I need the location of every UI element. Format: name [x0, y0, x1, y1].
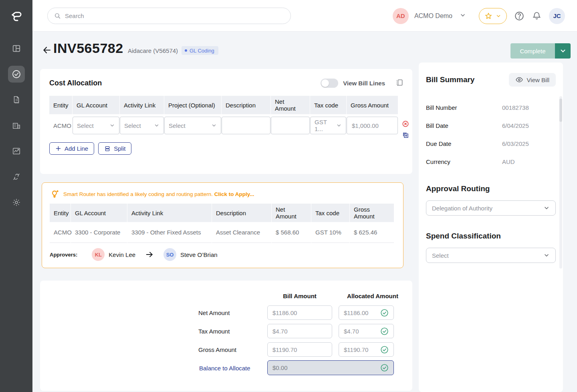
status-badge-label: GL Coding — [190, 48, 214, 54]
column-header: GL Account — [73, 96, 119, 114]
arrow-right-icon — [145, 250, 154, 259]
tax-code-value: GST 10% — [311, 222, 349, 243]
search-input[interactable] — [65, 12, 284, 19]
field-value: AUD — [502, 158, 515, 165]
cost-allocation-card: Cost Allocation View Bill Lines Entity G… — [40, 69, 412, 174]
net-amount-input[interactable] — [271, 117, 310, 134]
complete-button-group: Complete — [510, 43, 571, 59]
bill-summary-fields: Bill Number 00182738 Bill Date 6/04/2025… — [426, 104, 556, 165]
check-circle-icon — [380, 309, 389, 317]
bill-summary-field: Currency AUD — [426, 158, 556, 165]
check-circle-icon — [380, 327, 389, 335]
sidebar-item-tasks[interactable] — [8, 66, 25, 83]
tax-allocated-amount[interactable]: $4.70 — [339, 324, 394, 338]
complete-dropdown-button[interactable] — [555, 43, 571, 59]
tax-amount-label: Tax Amount — [198, 328, 230, 335]
favorites-button[interactable] — [479, 8, 507, 24]
approval-routing-select[interactable]: Delegation of Authority — [426, 200, 556, 216]
approval-routing-title: Approval Routing — [426, 184, 556, 193]
help-icon[interactable] — [514, 11, 525, 21]
net-allocated-amount[interactable]: $1186.00 — [339, 305, 394, 320]
approver-avatar: KL — [92, 248, 105, 261]
search-box[interactable] — [47, 8, 291, 24]
gross-bill-amount[interactable]: $1190.70 — [267, 342, 332, 357]
click-to-apply-link[interactable]: Click to Apply... — [214, 191, 254, 197]
cost-allocation-title: Cost Allocation — [49, 79, 102, 87]
page-title: INV565782 — [53, 40, 123, 56]
column-header: Entity — [50, 204, 71, 222]
gl-account-value: 3300 - Corporate — [71, 222, 127, 243]
approver-name: Steve O’Brian — [180, 251, 218, 258]
description-input[interactable] — [222, 117, 270, 134]
spend-classification-select[interactable]: Select — [426, 248, 556, 263]
gl-account-select[interactable]: Select — [73, 117, 119, 134]
sidebar-item-analytics[interactable] — [8, 143, 25, 160]
back-arrow-icon[interactable] — [42, 45, 52, 57]
sidebar-item-company[interactable] — [8, 117, 25, 134]
column-header: Net Amount — [272, 204, 311, 222]
org-avatar[interactable]: AD — [393, 8, 409, 24]
view-bill-lines-toggle[interactable] — [321, 79, 338, 88]
column-header: Net Amount — [271, 96, 310, 114]
cost-allocation-row: ACMO Select Select Select GST 1... — [49, 114, 403, 137]
topbar-right: AD ACMO Demo JC — [393, 0, 565, 32]
project-select[interactable]: Select — [164, 117, 221, 134]
field-value: 6/03/2025 — [502, 140, 529, 147]
allocated-amount-header: Allocated Amount — [339, 293, 407, 299]
gross-amount-input[interactable] — [347, 117, 398, 134]
sidebar — [0, 0, 32, 392]
smart-router-banner[interactable]: Smart Router has identified a likely cod… — [50, 189, 395, 199]
notifications-bell-icon[interactable] — [532, 11, 542, 21]
field-value: 6/04/2025 — [502, 122, 529, 129]
sidebar-item-documents[interactable] — [8, 91, 25, 108]
topbar: AD ACMO Demo JC — [32, 0, 577, 32]
tax-code-select[interactable]: GST 1... — [310, 117, 346, 134]
smart-router-card: Smart Router has identified a likely cod… — [42, 182, 403, 268]
activity-link-select[interactable]: Select — [120, 117, 164, 134]
net-bill-amount[interactable]: $1186.00 — [267, 305, 332, 320]
totals-card: Bill Amount Allocated Amount Net Amount … — [40, 281, 412, 391]
complete-button[interactable]: Complete — [510, 43, 555, 59]
column-header: Description — [212, 204, 271, 222]
lightbulb-icon — [50, 189, 59, 199]
smart-router-table-header: Entity GL Account Activity Link Descript… — [50, 204, 395, 222]
column-header: Gross Amount — [347, 96, 398, 114]
side-panel-icon[interactable] — [395, 79, 403, 88]
delete-line-icon[interactable] — [402, 120, 409, 129]
view-bill-lines-label: View Bill Lines — [343, 80, 385, 87]
balance-to-allocate-link[interactable]: Balance to Allocate — [199, 365, 250, 372]
add-line-button[interactable]: Add Line — [49, 142, 94, 155]
sidebar-nav — [8, 40, 25, 211]
gross-allocated-amount[interactable]: $1190.70 — [339, 342, 394, 357]
star-icon — [484, 12, 492, 20]
star-chevron-down-icon — [496, 13, 501, 19]
activity-link-value: 3309 - Other Fixed Assets — [127, 222, 212, 243]
app-root: AD ACMO Demo JC — [0, 0, 577, 392]
gross-amount-label: Gross Amount — [198, 346, 236, 353]
vendor-name: Aidacare (V56574) — [128, 47, 178, 54]
sidebar-item-integrations[interactable] — [8, 168, 25, 185]
column-header: Tax code — [311, 204, 349, 222]
bill-summary-field: Bill Number 00182738 — [426, 104, 556, 111]
sidebar-item-dashboard[interactable] — [8, 40, 25, 57]
column-header: GL Account — [71, 204, 127, 222]
org-chevron-down-icon[interactable] — [460, 12, 466, 20]
field-label: Bill Number — [426, 104, 502, 111]
sidebar-item-settings[interactable] — [8, 194, 25, 211]
scrollbar[interactable] — [559, 96, 562, 269]
bill-amount-header: Bill Amount — [267, 293, 332, 299]
split-button[interactable]: Split — [98, 142, 131, 155]
smart-router-message: Smart Router has identified a likely cod… — [63, 191, 254, 197]
view-bill-button[interactable]: View Bill — [509, 73, 556, 87]
column-header: Tax code — [310, 96, 346, 114]
gross-amount-value: $ 625.46 — [350, 222, 394, 243]
duplicate-line-icon[interactable] — [402, 131, 409, 140]
approvers-label: Approvers: — [50, 252, 77, 258]
column-header: Entity — [49, 96, 72, 114]
tax-bill-amount[interactable]: $4.70 — [267, 324, 332, 338]
scrollbar-thumb[interactable] — [559, 99, 562, 122]
entity-value: ACMO — [49, 122, 72, 129]
eye-icon — [515, 76, 523, 84]
user-avatar[interactable]: JC — [549, 8, 565, 24]
status-dot-icon — [185, 49, 187, 52]
